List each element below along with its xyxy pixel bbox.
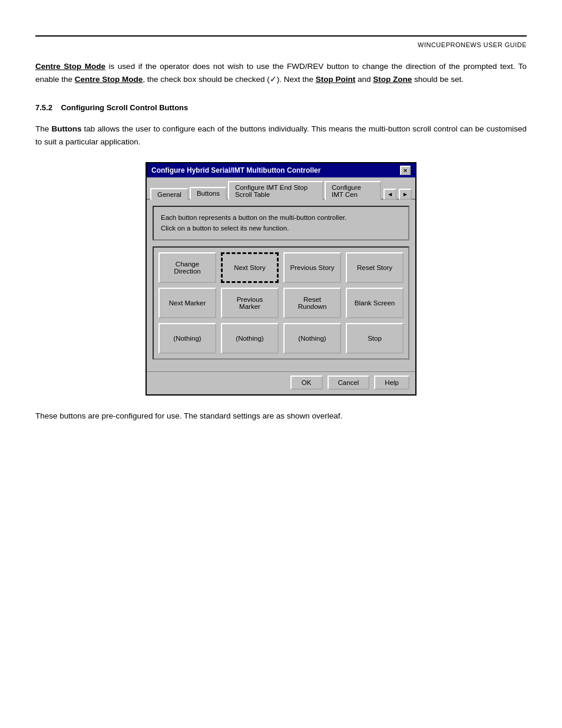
tab-general[interactable]: General (150, 188, 189, 200)
dialog-body: Each button represents a button on the m… (147, 200, 415, 371)
button-grid: ChangeDirection Next Story Previous Stor… (153, 246, 409, 360)
tab-scroll-right[interactable]: ► (399, 189, 412, 200)
btn-nothing-3[interactable]: (Nothing) (283, 323, 341, 354)
btn-blank-screen[interactable]: Blank Screen (346, 288, 404, 318)
tab-buttons[interactable]: Buttons (190, 187, 227, 200)
tab-scroll-left[interactable]: ◄ (384, 189, 396, 200)
header: WINCUEPRONEWS USER GUIDE (0, 37, 562, 48)
btn-nothing-2[interactable]: (Nothing) (221, 323, 279, 354)
btn-previous-story[interactable]: Previous Story (283, 252, 341, 283)
header-title: WINCUEPRONEWS USER GUIDE (418, 41, 527, 48)
dialog-info-box: Each button represents a button on the m… (153, 206, 409, 241)
btn-nothing-1[interactable]: (Nothing) (158, 323, 216, 354)
btn-change-direction[interactable]: ChangeDirection (158, 252, 216, 283)
para-buttons-tab: The Buttons tab allows the user to confi… (35, 123, 527, 148)
section-title: Configuring Scroll Control Buttons (61, 103, 188, 112)
btn-reset-rundown[interactable]: ResetRundown (283, 288, 341, 318)
btn-stop[interactable]: Stop (346, 323, 404, 354)
btn-next-story[interactable]: Next Story (221, 252, 279, 283)
dialog-titlebar: Configure Hybrid Serial/IMT Multibutton … (147, 163, 415, 177)
tab-imt-cen[interactable]: Configure IMT Cen (325, 181, 381, 200)
btn-help[interactable]: Help (374, 375, 409, 390)
page: WINCUEPRONEWS USER GUIDE Centre Stop Mod… (0, 35, 562, 728)
btn-previous-marker[interactable]: PreviousMarker (221, 288, 279, 318)
dialog-window: Configure Hybrid Serial/IMT Multibutton … (146, 162, 416, 396)
main-content: Centre Stop Mode is used if the operator… (35, 48, 527, 422)
dialog-footer: OK Cancel Help (147, 371, 415, 394)
btn-cancel[interactable]: Cancel (328, 375, 370, 390)
dialog-info-line1: Each button represents a button on the m… (161, 213, 401, 223)
section-heading: 7.5.2 Configuring Scroll Control Buttons (35, 103, 527, 112)
btn-next-marker[interactable]: Next Marker (158, 288, 216, 318)
dialog-close-button[interactable]: × (400, 166, 411, 175)
dialog-tabs: General Buttons Configure IMT End Stop S… (147, 177, 415, 200)
dialog-info-line2: Click on a button to select its new func… (161, 223, 401, 233)
btn-reset-story[interactable]: Reset Story (346, 252, 404, 283)
section-number: 7.5.2 (35, 103, 52, 112)
para-centre-stop: Centre Stop Mode is used if the operator… (35, 60, 527, 85)
para-pre-configured: These buttons are pre-configured for use… (35, 410, 527, 423)
btn-ok[interactable]: OK (290, 375, 323, 390)
dialog-title: Configure Hybrid Serial/IMT Multibutton … (151, 166, 320, 174)
tab-imt-end-stop[interactable]: Configure IMT End Stop Scroll Table (228, 181, 323, 200)
